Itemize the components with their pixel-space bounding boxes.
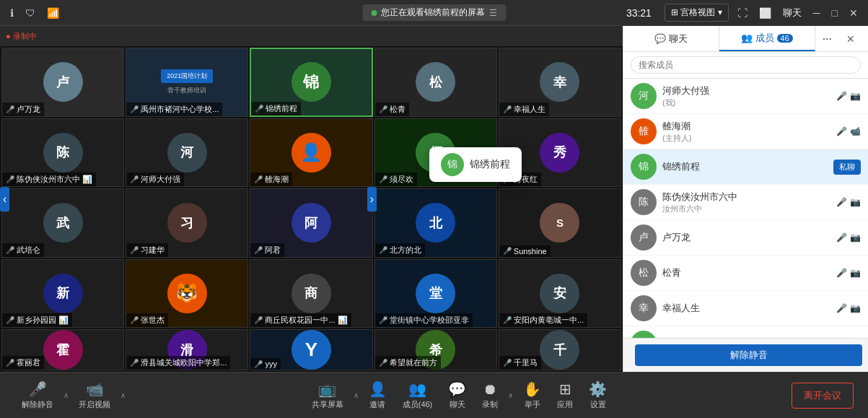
window-btn[interactable]: ⬜ <box>756 6 774 20</box>
mic-action-2[interactable]: 🎤 <box>836 126 847 136</box>
member-info-3: 锦绣前程 <box>662 160 828 173</box>
tb-expand-3[interactable]: ∧ <box>352 391 360 399</box>
video-cell-19[interactable]: 堂 🎤 堂街镇中心学校邵亚非 <box>374 259 497 328</box>
minimize-btn[interactable]: ─ <box>810 6 823 20</box>
cam-action-1[interactable]: 📷 <box>850 91 861 101</box>
video-cell-12[interactable]: 习 🎤 习建华 <box>126 188 248 258</box>
unmute-btn[interactable]: 解除静音 <box>635 344 862 366</box>
grid-view-btn[interactable]: ⊞ 宫格视图 ▾ <box>665 4 729 22</box>
name-tag-21: 🎤 霍丽君 <box>2 356 44 370</box>
cam-action-7[interactable]: 📷 <box>850 303 861 313</box>
members-tab[interactable]: 👥 成员 46 <box>719 26 815 51</box>
member-item-8[interactable]: 禹 禹州市褚河中心学校常小红 🎤 📷 <box>623 326 868 338</box>
mic-action-4[interactable]: 🎤 <box>836 197 847 207</box>
chat-icon: 💬 <box>448 380 466 398</box>
member-actions-5: 🎤 📷 <box>836 232 861 243</box>
member-item-6[interactable]: 松 松青 🎤 📷 <box>623 256 868 290</box>
info-btn[interactable]: ℹ <box>7 6 17 20</box>
member-avatar-6: 松 <box>631 260 657 286</box>
members-btn[interactable]: 👥 成员(46) <box>395 378 440 413</box>
video-cell-14[interactable]: 北 🎤 北方的北 <box>374 188 497 258</box>
settings-btn[interactable]: ⚙️ 设置 <box>582 378 614 413</box>
mic-action-5[interactable]: 🎤 <box>836 232 847 243</box>
mic-icon-14: 🎤 <box>379 246 387 254</box>
member-actions-3: 私聊 <box>833 160 861 175</box>
tb-expand-2[interactable]: ∧ <box>119 391 127 399</box>
video-cell-20[interactable]: 安 🎤 安阳内黄亳城一中... <box>499 259 621 328</box>
mic-action-7[interactable]: 🎤 <box>836 303 847 313</box>
chat-tab-btn[interactable]: 聊天 <box>780 5 805 21</box>
video-cell-7[interactable]: 河 🎤 河师大付强 <box>126 118 248 188</box>
tb-expand-1[interactable]: ∧ <box>62 391 70 399</box>
video-cell-1[interactable]: 卢 🎤 卢万龙 <box>1 48 124 117</box>
more-options-btn[interactable]: ··· <box>820 31 835 47</box>
leave-meeting-btn[interactable]: 离开会议 <box>792 383 854 409</box>
video-cell-5[interactable]: 幸 🎤 幸福人生 <box>499 48 621 117</box>
video-cell-17[interactable]: 🐯 🎤 张世杰 <box>126 259 248 328</box>
tb-group-right: 离开会议 <box>792 383 854 409</box>
fullscreen-btn[interactable]: ⛶ <box>735 6 750 20</box>
chat-label: 聊天 <box>450 399 465 410</box>
video-cell-25[interactable]: 千 🎤 千里马 <box>499 329 621 370</box>
mic-icon-13: 🎤 <box>254 246 263 254</box>
member-item-1[interactable]: 河 河师大付强 (我) 🎤 📷 <box>623 79 868 113</box>
video-cell-22[interactable]: 滑 🎤 滑县城关城欧阳中学郑... <box>126 329 248 370</box>
video-cell-8[interactable]: 👤 🎤 雒海潮 <box>250 118 372 188</box>
mic-action-6[interactable]: 🎤 <box>836 268 847 278</box>
video-cell-16[interactable]: 新 🎤 新乡孙园园 📊 <box>1 259 124 328</box>
invite-btn[interactable]: 👤 邀请 <box>361 378 394 413</box>
private-chat-btn-3[interactable]: 私聊 <box>833 160 861 175</box>
video-cell-6[interactable]: 陈 🎤 陈伪侠汝州市六中 📊 <box>1 118 124 188</box>
tb-expand-4[interactable]: ∧ <box>507 391 514 399</box>
search-input[interactable] <box>631 56 861 74</box>
member-info-2: 雒海潮 (主持人) <box>662 120 830 144</box>
search-bar <box>623 52 868 79</box>
video-btn[interactable]: 📹 开启视频 <box>71 378 118 413</box>
member-item-5[interactable]: 卢 卢万龙 🎤 📷 <box>623 220 868 255</box>
video-cell-13[interactable]: 阿 🎤 阿君 <box>250 188 372 258</box>
mute-label: 解除静音 <box>22 399 53 410</box>
mic-icon-21: 🎤 <box>6 359 14 367</box>
member-item-3[interactable]: 锦 锦绣前程 私聊 <box>623 149 868 184</box>
record-btn[interactable]: ⏺ 录制 <box>475 378 505 413</box>
video-cell-2[interactable]: 2021国培计划 骨干教师培训 🎤 禹州市褚河中心学校... <box>126 48 248 117</box>
cam-action-6[interactable]: 📷 <box>850 268 861 278</box>
cam-action-2[interactable]: 📹 <box>850 126 861 136</box>
video-cell-3[interactable]: 锦 🎤 锦绣前程 <box>250 48 372 117</box>
raise-hand-btn[interactable]: ✋ 举手 <box>516 378 548 413</box>
nav-prev-btn[interactable]: ‹ <box>0 187 9 212</box>
member-actions-7: 🎤 📷 <box>836 303 861 313</box>
video-cell-15[interactable]: S 🎤 Sunshine <box>499 188 621 258</box>
video-cell-21[interactable]: 霍 🎤 霍丽君 <box>1 329 124 370</box>
maximize-btn[interactable]: □ <box>829 6 841 20</box>
apps-label: 应用 <box>557 399 573 410</box>
member-avatar-3: 锦 <box>631 154 657 180</box>
cam-action-5[interactable]: 📷 <box>850 232 861 243</box>
nav-next-btn[interactable]: › <box>367 187 377 212</box>
video-cell-23[interactable]: Y 🎤 yyy <box>250 329 372 370</box>
close-btn[interactable]: ✕ <box>846 6 861 20</box>
mic-icon-17: 🎤 <box>130 316 139 324</box>
apps-btn[interactable]: ⊞ 应用 <box>550 378 580 413</box>
video-cell-18[interactable]: 商 🎤 商丘民权花园一中... 📊 <box>250 259 372 328</box>
member-item-7[interactable]: 幸 幸福人生 🎤 📷 <box>623 291 868 326</box>
name-tag-8: 🎤 雒海潮 <box>250 173 292 186</box>
member-item-2[interactable]: 雒 雒海潮 (主持人) 🎤 📹 <box>623 114 868 149</box>
video-cell-4[interactable]: 松 🎤 松青 <box>374 48 497 117</box>
chat-btn[interactable]: 💬 聊天 <box>441 378 473 413</box>
panel-close-btn[interactable]: ✕ <box>838 33 864 45</box>
chat-tab[interactable]: 💬 聊天 <box>623 26 719 51</box>
right-panel: 💬 聊天 👥 成员 46 ··· ✕ 河 河师大付强 <box>623 26 868 372</box>
cam-action-4[interactable]: 📷 <box>850 197 861 207</box>
share-screen-btn[interactable]: 📺 共享屏幕 <box>304 378 351 413</box>
unmute-area: 解除静音 <box>623 338 868 372</box>
signal-btn[interactable]: 📶 <box>44 6 62 20</box>
mute-btn[interactable]: 🎤 解除静音 <box>14 378 61 413</box>
member-actions-4: 🎤 📷 <box>836 197 861 207</box>
mic-icon-24: 🎤 <box>379 359 387 367</box>
member-item-4[interactable]: 陈 陈伪侠汝州市六中 汝州市六中 🎤 📷 <box>623 185 868 219</box>
video-cell-11[interactable]: 武 🎤 武培仑 <box>1 188 124 258</box>
shield-btn[interactable]: 🛡 <box>22 6 38 20</box>
mic-action-1[interactable]: 🎤 <box>836 91 847 101</box>
video-cell-24[interactable]: 希 🎤 希望就在前方 <box>374 329 497 370</box>
